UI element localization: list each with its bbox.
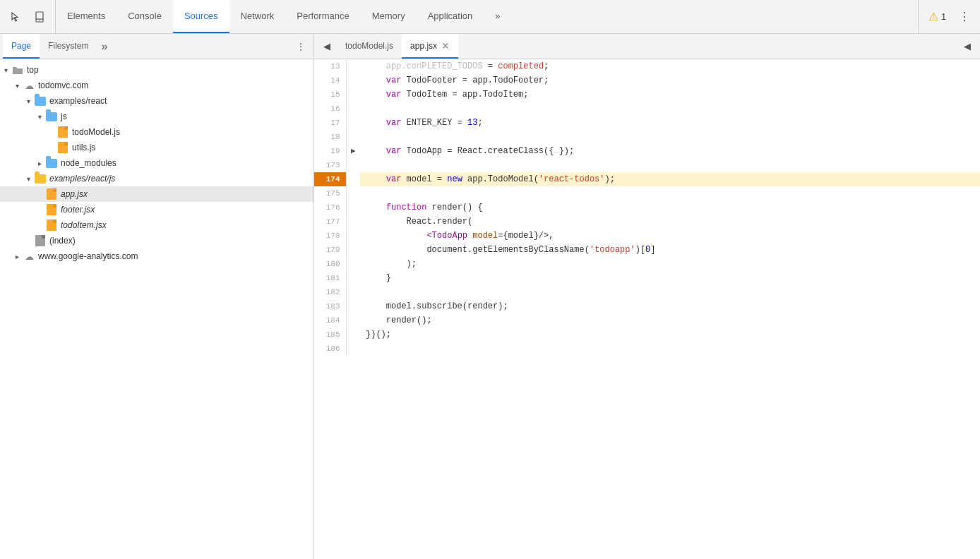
line-num-185: 185 (314, 327, 346, 342)
top-nav: Elements Console Sources Network Perform… (0, 0, 980, 34)
line-num-19: 19 (314, 144, 346, 158)
line-arrow-19: ▶ (346, 144, 360, 158)
tree-label-examples-react: examples/react (49, 96, 107, 106)
line-num-14: 14 (314, 73, 346, 88)
line-arrow-17 (346, 116, 360, 130)
tree-arrow-examples-react (23, 95, 34, 107)
tab-application[interactable]: Application (417, 0, 484, 33)
line-arrow-180 (346, 257, 360, 271)
code-line-178: 178 <TodoApp model={model}/>, (314, 229, 980, 243)
line-arrow-181 (346, 271, 360, 285)
tree-item-footer-jsx[interactable]: footer.jsx (0, 202, 313, 217)
file-icon-footer (45, 203, 58, 216)
mobile-icon[interactable] (30, 7, 49, 27)
code-table: 13 app.conPLETED_TODOS = completed; 14 v… (314, 59, 980, 356)
code-content-176: function render() { (360, 200, 980, 215)
tree-label-todomvc: todomvc.com (38, 80, 88, 90)
no-arrow-app (34, 188, 45, 200)
menu-icon[interactable]: ⋮ (955, 7, 974, 27)
tree-arrow-top (0, 64, 11, 76)
tree-arrow-examples-react-js (23, 173, 34, 184)
tree-item-app-jsx[interactable]: app.jsx (0, 186, 313, 202)
code-line-17: 17 var ENTER_KEY = 13; (314, 116, 980, 130)
code-content-19: var TodoApp = React.createClass({…}); (360, 144, 980, 158)
warning-badge[interactable]: ⚠ 1 (924, 8, 950, 25)
code-line-15: 15 var TodoItem = app.TodoItem; (314, 88, 980, 102)
tree-item-index[interactable]: (index) (0, 233, 313, 248)
tree-item-google-analytics[interactable]: ☁ www.google-analytics.com (0, 248, 313, 264)
tree-label-footer-jsx: footer.jsx (61, 205, 95, 215)
line-arrow-176 (346, 200, 360, 215)
tree-arrow-node-modules (34, 157, 45, 169)
tree-item-todoitem-jsx[interactable]: todoItem.jsx (0, 217, 313, 233)
editor-back-button[interactable]: ◀ (317, 37, 337, 56)
line-arrow-14 (346, 73, 360, 88)
tab-elements[interactable]: Elements (56, 0, 116, 33)
line-arrow-185 (346, 327, 360, 342)
code-line-173: 173 (314, 158, 980, 172)
tree-item-js[interactable]: js (0, 109, 313, 124)
tree-item-todomodel[interactable]: todoModel.js (0, 124, 313, 140)
panel-more-icon[interactable]: ⋮ (291, 37, 311, 56)
code-line-182: 182 (314, 285, 980, 299)
tab-page[interactable]: Page (3, 34, 40, 59)
tree-label-google-analytics: www.google-analytics.com (38, 251, 138, 261)
sub-tab-more[interactable]: » (97, 40, 112, 53)
code-content-186 (360, 342, 980, 356)
tree-item-top[interactable]: top (0, 62, 313, 78)
no-arrow-todomodel (45, 126, 56, 138)
line-arrow-13 (346, 59, 360, 73)
file-icon-todoitem (45, 219, 58, 232)
editor-tab-app-jsx[interactable]: app.jsx ✕ (402, 34, 458, 59)
line-arrow-186 (346, 342, 360, 356)
line-num-13: 13 (314, 59, 346, 73)
code-content-182 (360, 285, 980, 299)
tab-memory[interactable]: Memory (361, 0, 417, 33)
tree-item-utils[interactable]: utils.js (0, 140, 313, 155)
code-editor[interactable]: 13 app.conPLETED_TODOS = completed; 14 v… (314, 59, 980, 559)
domain-icon-google: ☁ (23, 250, 35, 263)
line-num-15: 15 (314, 88, 346, 102)
code-line-14: 14 var TodoFooter = app.TodoFooter; (314, 73, 980, 88)
tree-item-todomvc[interactable]: ☁ todomvc.com (0, 78, 313, 93)
tree-label-examples-react-js: examples/react/js (49, 174, 115, 184)
tree-item-examples-react-js[interactable]: examples/react/js (0, 171, 313, 186)
code-content-13: app.conPLETED_TODOS = completed; (360, 59, 980, 73)
cursor-icon[interactable] (6, 7, 25, 27)
editor-collapse-button[interactable]: ◀ (957, 37, 977, 56)
line-arrow-184 (346, 313, 360, 327)
tree-label-js: js (61, 112, 67, 121)
code-line-18: 18 (314, 130, 980, 144)
tree-arrow-todomvc (11, 80, 23, 91)
file-tree: top ☁ todomvc.com examples/react (0, 59, 313, 559)
folder-icon-examples-react (34, 95, 47, 107)
code-line-181: 181 } (314, 271, 980, 285)
tree-item-node-modules[interactable]: node_modules (0, 155, 313, 171)
devtools-icons (0, 0, 56, 33)
editor-tab-close-icon[interactable]: ✕ (441, 41, 450, 51)
tab-performance[interactable]: Performance (285, 0, 360, 33)
editor-tab-todomodel[interactable]: todoModel.js (337, 34, 402, 59)
code-line-186: 186 (314, 342, 980, 356)
tab-sources[interactable]: Sources (173, 0, 229, 33)
tab-console[interactable]: Console (116, 0, 173, 33)
code-line-177: 177 React.render( (314, 215, 980, 229)
line-arrow-178 (346, 229, 360, 243)
tree-label-todoitem-jsx: todoItem.jsx (61, 220, 107, 230)
tab-filesystem[interactable]: Filesystem (40, 34, 97, 59)
nav-tabs: Elements Console Sources Network Perform… (56, 0, 918, 33)
tab-more[interactable]: » (484, 0, 511, 33)
code-line-175: 175 (314, 186, 980, 200)
tree-arrow-google (11, 251, 23, 262)
file-icon-app (45, 188, 58, 200)
tree-label-app-jsx: app.jsx (61, 189, 88, 199)
line-arrow-177 (346, 215, 360, 229)
code-content-17: var ENTER_KEY = 13; (360, 116, 980, 130)
line-num-180: 180 (314, 257, 346, 271)
no-arrow-utils (45, 142, 56, 153)
tree-item-examples-react[interactable]: examples/react (0, 93, 313, 109)
right-panel: ◀ todoModel.js app.jsx ✕ ◀ 13 app.conPLE… (314, 34, 980, 559)
tree-label-node-modules: node_modules (61, 158, 116, 168)
code-line-180: 180 ); (314, 257, 980, 271)
tab-network[interactable]: Network (229, 0, 286, 33)
